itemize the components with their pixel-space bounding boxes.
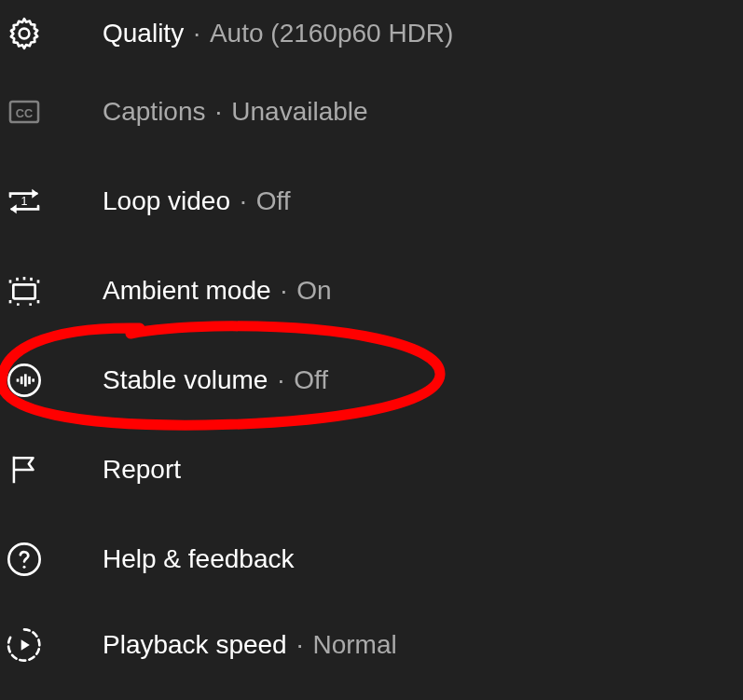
help-label: Help & feedback (103, 546, 294, 572)
playback-speed-icon (6, 626, 43, 664)
menu-item-text: Captions · Unavailable (103, 99, 368, 125)
captions-icon: CC (6, 93, 43, 130)
flag-icon (6, 451, 43, 488)
quality-label: Quality (103, 21, 184, 47)
loop-icon: 1 (6, 183, 43, 220)
loop-value: Off (256, 188, 291, 214)
stable-volume-value: Off (294, 367, 328, 393)
svg-point-0 (20, 29, 30, 39)
svg-rect-19 (32, 378, 34, 381)
ambient-icon (6, 272, 43, 309)
svg-text:1: 1 (21, 195, 28, 208)
svg-text:CC: CC (16, 107, 33, 120)
ambient-label: Ambient mode (103, 278, 271, 304)
separator: · (277, 367, 284, 393)
playback-speed-value: Normal (312, 632, 396, 658)
menu-item-playback-speed[interactable]: Playback speed · Normal (0, 604, 743, 686)
stable-volume-label: Stable volume (103, 367, 268, 393)
separator: · (193, 21, 200, 47)
menu-item-stable-volume[interactable]: Stable volume · Off (0, 336, 743, 425)
menu-item-quality[interactable]: Quality · Auto (2160p60 HDR) (0, 0, 743, 67)
svg-rect-17 (24, 374, 27, 386)
menu-item-captions[interactable]: CC Captions · Unavailable (0, 67, 743, 157)
settings-menu: Quality · Auto (2160p60 HDR) CC Captions… (0, 0, 743, 686)
separator: · (215, 99, 223, 125)
captions-label: Captions (103, 99, 206, 125)
svg-point-22 (23, 566, 26, 569)
svg-rect-16 (21, 377, 23, 384)
svg-rect-15 (17, 378, 20, 381)
menu-item-text: Help & feedback (103, 546, 294, 572)
separator: · (240, 188, 247, 214)
svg-rect-4 (13, 284, 34, 298)
quality-value: Auto (2160p60 HDR) (210, 21, 453, 47)
menu-item-text: Quality · Auto (2160p60 HDR) (103, 21, 453, 47)
captions-value: Unavailable (231, 99, 367, 125)
gear-icon (6, 15, 43, 52)
menu-item-report[interactable]: Report (0, 425, 743, 515)
report-label: Report (103, 457, 181, 483)
menu-item-text: Ambient mode · On (103, 278, 332, 304)
playback-speed-label: Playback speed (103, 632, 287, 658)
loop-label: Loop video (103, 188, 230, 214)
menu-item-text: Report (103, 457, 181, 483)
menu-item-help[interactable]: Help & feedback (0, 515, 743, 604)
menu-item-text: Loop video · Off (103, 188, 291, 214)
menu-item-text: Playback speed · Normal (103, 632, 397, 658)
menu-item-ambient[interactable]: Ambient mode · On (0, 246, 743, 336)
separator: · (296, 632, 304, 658)
svg-rect-18 (28, 377, 31, 384)
help-icon (6, 541, 43, 578)
separator: · (281, 278, 288, 304)
ambient-value: On (296, 278, 331, 304)
stable-volume-icon (6, 362, 43, 399)
menu-item-loop[interactable]: 1 Loop video · Off (0, 157, 743, 246)
menu-item-text: Stable volume · Off (103, 367, 328, 393)
